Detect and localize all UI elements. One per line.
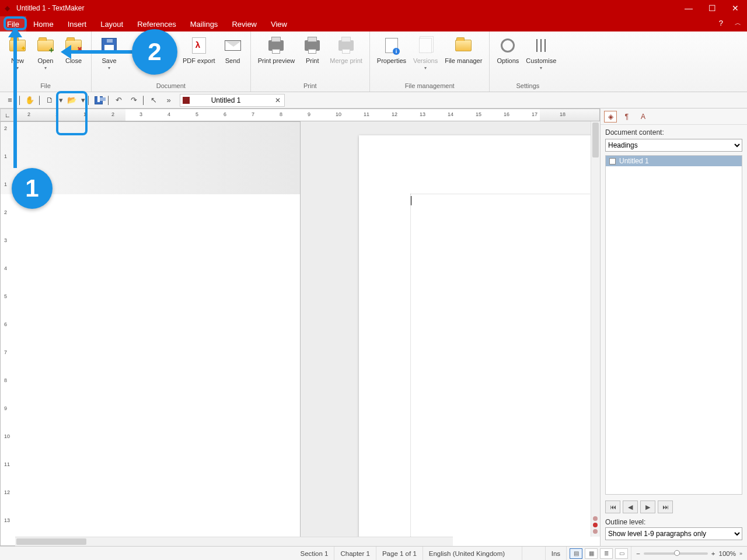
nav-last-button[interactable]: ⏭ <box>658 501 673 513</box>
close-window-button[interactable]: ✕ <box>724 0 747 16</box>
zoom-out-button[interactable]: − <box>636 550 640 557</box>
zoom-in-button[interactable]: + <box>711 550 715 557</box>
properties-button[interactable]: Properties <box>374 34 410 66</box>
menu-insert[interactable]: Insert <box>61 16 94 32</box>
outline-level-select[interactable]: Show level 1-9 paragraphs only <box>605 527 742 540</box>
nav-indicator[interactable] <box>591 514 600 536</box>
side-panel: ◈ ¶ A Document content: Headings Untitle… <box>600 108 747 546</box>
merge-print-button[interactable]: Merge print <box>326 34 366 66</box>
menu-references[interactable]: References <box>130 16 183 32</box>
qat-new-icon[interactable]: 🗋 <box>43 94 57 107</box>
options-button[interactable]: Options <box>493 34 522 66</box>
ruler-corner[interactable]: ∟ <box>0 108 15 121</box>
qat-redo-icon[interactable]: ↷ <box>127 94 141 107</box>
view-outline-button[interactable]: ≣ <box>600 548 613 559</box>
file-manager-button[interactable]: File manager <box>441 34 486 66</box>
window-title: Untitled 1 - TextMaker <box>14 4 677 12</box>
qat-open-icon[interactable]: 📂 <box>65 94 79 107</box>
headings-select[interactable]: Headings <box>605 139 742 152</box>
close-label: Close <box>65 57 82 65</box>
zoom-control[interactable]: − + 100% » <box>631 550 747 557</box>
send-label: Send <box>225 57 240 65</box>
document-tab[interactable]: Untitled 1 ✕ <box>180 94 285 107</box>
zoom-slider[interactable] <box>644 552 708 555</box>
document-page[interactable] <box>359 135 600 546</box>
nav-prev-button[interactable]: ◀ <box>623 501 638 513</box>
menu-home[interactable]: Home <box>26 16 61 32</box>
qat-undo-icon[interactable]: ↶ <box>111 94 125 107</box>
vertical-ruler[interactable]: 211234567891011121314 <box>0 121 301 546</box>
close-tab-icon[interactable]: ✕ <box>275 96 281 104</box>
zoom-overflow-icon[interactable]: » <box>739 551 742 556</box>
status-insert-mode[interactable]: Ins <box>546 547 567 560</box>
qat-open-drop[interactable]: ▾ <box>80 94 86 107</box>
horizontal-ruler[interactable]: 21123456789101112131415161718 <box>15 108 600 121</box>
print-preview-button[interactable]: Print preview <box>254 34 299 66</box>
new-label: New <box>11 57 24 65</box>
scroll-thumb[interactable] <box>592 123 599 158</box>
fm-label: File manager <box>445 57 482 65</box>
menu-view[interactable]: View <box>264 16 294 32</box>
status-bar: Section 1 Chapter 1 Page 1 of 1 English … <box>0 546 747 560</box>
new-button[interactable]: New▾ <box>4 34 32 72</box>
nav-dot[interactable] <box>593 523 598 527</box>
qat-cursor-icon[interactable]: ↖ <box>146 94 160 107</box>
qat-save-icon[interactable] <box>92 94 106 107</box>
status-chapter[interactable]: Chapter 1 <box>334 547 376 560</box>
menu-file[interactable]: File <box>0 16 26 32</box>
tree-node[interactable]: Untitled 1 <box>606 156 742 166</box>
separator: │ <box>38 94 41 107</box>
close-doc-button[interactable]: Close <box>60 34 88 66</box>
zoom-knob[interactable] <box>674 550 680 556</box>
chevron-down-icon: ▾ <box>108 65 110 71</box>
qat-overflow-icon[interactable]: » <box>162 94 176 107</box>
save-button[interactable]: Save▾ <box>95 34 123 72</box>
customise-button[interactable]: Customise▾ <box>522 34 560 72</box>
outline-tree[interactable]: Untitled 1 <box>605 155 742 495</box>
print-button[interactable]: Print <box>298 34 326 66</box>
document-viewport[interactable] <box>301 121 600 546</box>
qat-new-drop[interactable]: ▾ <box>58 94 64 107</box>
vertical-scrollbar[interactable] <box>591 121 600 537</box>
status-section[interactable]: Section 1 <box>294 547 334 560</box>
pdf-export-button[interactable]: PDF export <box>179 34 219 66</box>
qat-hand-icon[interactable]: ✋ <box>23 94 37 107</box>
scroll-thumb[interactable] <box>16 538 86 545</box>
collapse-ribbon-button[interactable]: ︿ <box>729 16 747 32</box>
view-normal-button[interactable]: ▤ <box>570 548 582 559</box>
font-icon[interactable]: A <box>637 111 650 123</box>
help-button[interactable]: ? <box>713 16 729 32</box>
qat-menu-icon[interactable]: ≡ <box>3 94 17 107</box>
pdf-label: PDF export <box>183 57 215 65</box>
document-tab-label: Untitled 1 <box>211 96 241 104</box>
document-icon <box>183 97 190 104</box>
view-web-button[interactable]: ▭ <box>615 548 628 559</box>
chevron-down-icon: ▾ <box>16 65 19 71</box>
minimize-button[interactable]: — <box>677 0 700 16</box>
chevron-down-icon: ▾ <box>540 65 542 71</box>
maximize-button[interactable]: ☐ <box>700 0 724 16</box>
status-page[interactable]: Page 1 of 1 <box>376 547 423 560</box>
group-file-label: File <box>0 81 91 92</box>
nav-pane-icon[interactable]: ◈ <box>604 111 617 123</box>
nav-dot[interactable] <box>593 529 598 534</box>
mp-label: Merge print <box>330 57 362 65</box>
horizontal-scrollbar[interactable] <box>15 537 453 546</box>
versions-button[interactable]: Versions▾ <box>410 34 441 72</box>
nav-next-button[interactable]: ▶ <box>640 501 655 513</box>
menu-layout[interactable]: Layout <box>93 16 130 32</box>
nav-dot[interactable] <box>593 516 598 521</box>
paragraph-icon[interactable]: ¶ <box>620 111 633 123</box>
menu-review[interactable]: Review <box>225 16 264 32</box>
checkbox-icon[interactable] <box>609 158 616 164</box>
send-button[interactable]: Send <box>219 34 247 66</box>
nav-first-button[interactable]: ⏮ <box>605 501 620 513</box>
open-button[interactable]: Open▾ <box>32 34 60 72</box>
status-language[interactable]: English (United Kingdom) <box>423 547 522 560</box>
separator: │ <box>142 94 145 107</box>
ver-label: Versions <box>413 57 438 65</box>
view-master-button[interactable]: ▦ <box>585 548 598 559</box>
separator: │ <box>18 94 22 107</box>
zoom-value[interactable]: 100% <box>719 550 736 557</box>
menu-mailings[interactable]: Mailings <box>183 16 225 32</box>
